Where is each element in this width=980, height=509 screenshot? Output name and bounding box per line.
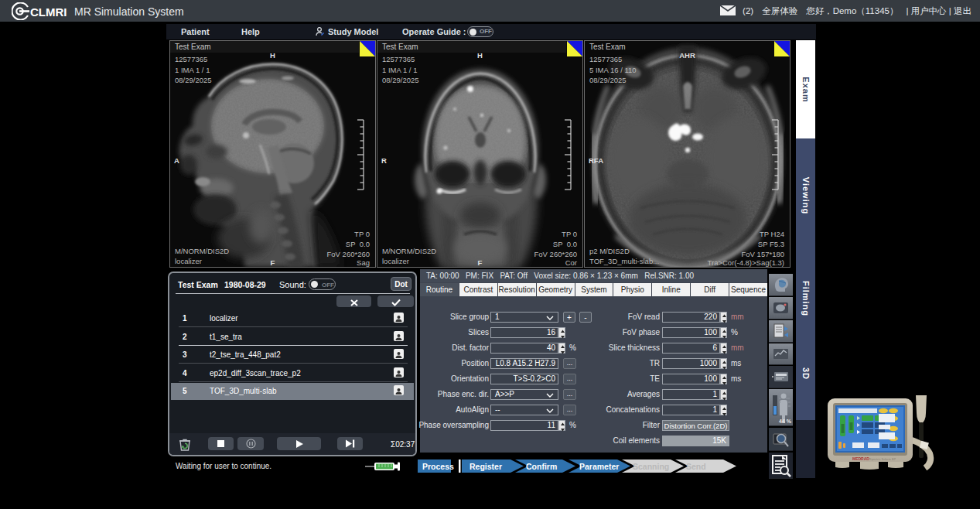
svg-text:44 %: 44 % [779,418,792,424]
svg-text:Spectris Solaris EP: Spectris Solaris EP [869,457,896,461]
svg-text:Confirm: Confirm [526,462,557,471]
svg-text:Scanning: Scanning [633,462,669,471]
svg-text:Send: Send [686,462,706,471]
svg-text:MEDRAD: MEDRAD [852,456,869,461]
svg-text:Register: Register [470,462,502,471]
svg-text:Parameter: Parameter [579,462,619,471]
svg-text:Process: Process [422,462,454,471]
